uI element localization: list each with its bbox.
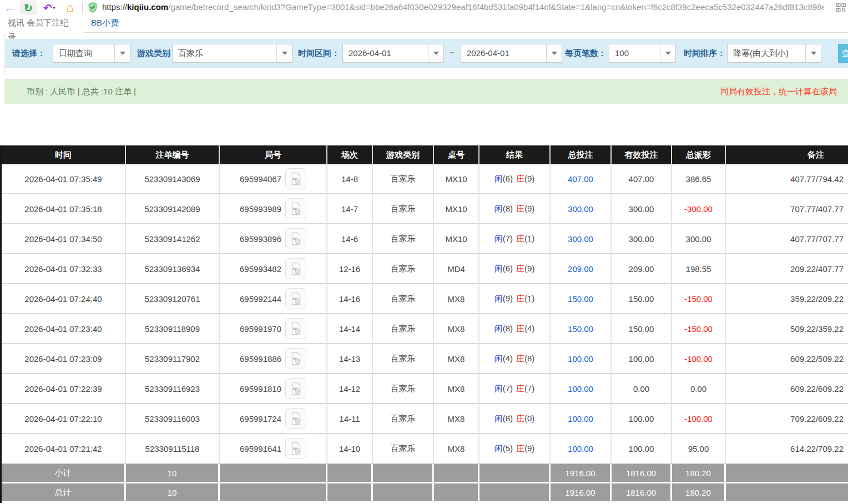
total-bet-link[interactable]: 209.00: [568, 264, 593, 274]
cell-payout: -100.00: [672, 344, 726, 374]
tab-bb-tip[interactable]: BB小费: [83, 16, 127, 33]
result-player-label: 闲: [494, 324, 503, 333]
total-bet-link[interactable]: 150.00: [568, 294, 593, 304]
cell-game: 百家乐: [373, 224, 434, 254]
payout-value: 386.65: [686, 174, 711, 184]
table-row: 2026-04-01 07:35:18 523309142089 6959939…: [2, 194, 848, 224]
page-size-select[interactable]: 100: [609, 44, 676, 63]
game-type-select[interactable]: 百家乐: [172, 44, 292, 63]
total-bet-link[interactable]: 100.00: [568, 354, 593, 364]
sort-order-dropdown[interactable]: [805, 44, 821, 62]
result-player-score: (5): [503, 443, 513, 453]
page-size-dropdown[interactable]: [660, 44, 675, 62]
subtotal-label: 小计: [2, 464, 126, 483]
col-bet-id: 注单编号: [126, 145, 220, 164]
cell-valid-bet: 150.00: [612, 284, 672, 314]
result-banker-score: (4): [524, 324, 534, 333]
total-bet-link[interactable]: 407.00: [568, 174, 593, 184]
url-scheme: https://: [102, 2, 127, 12]
result-banker-label: 庄: [516, 414, 524, 423]
video-file-icon: [289, 322, 302, 335]
table-row: 2026-04-01 07:32:33 523309136934 6959934…: [2, 254, 848, 284]
result-banker-label: 庄: [516, 294, 524, 303]
round-id-text: 695991641: [240, 444, 281, 453]
video-replay-button[interactable]: [285, 198, 306, 219]
home-icon[interactable]: ⌂: [62, 1, 78, 15]
cell-valid-bet: 100.00: [612, 434, 672, 464]
payout-value: -100.00: [684, 414, 713, 424]
url-domain: kiqiiu.com: [127, 2, 168, 12]
cell-valid-bet: 407.00: [612, 164, 672, 194]
video-replay-button[interactable]: [285, 288, 306, 309]
date-to-input[interactable]: 2026-04-01: [461, 44, 562, 63]
search-button[interactable]: 查询: [838, 44, 848, 63]
grandtotal-total-bet: 1916.00: [551, 483, 612, 503]
cell-note: 407.77/707.77: [726, 224, 848, 254]
result-player-score: (8): [503, 204, 513, 213]
subtotal-payout: 180.20: [672, 464, 726, 483]
col-session: 场次: [327, 145, 373, 164]
cell-session: 14-12: [327, 374, 373, 404]
total-bet-link[interactable]: 300.00: [568, 234, 593, 244]
cell-payout: 0.00: [672, 374, 726, 404]
total-bet-link[interactable]: 300.00: [568, 204, 593, 214]
sort-order-value: 降幂(由大到小): [728, 44, 805, 62]
video-replay-button[interactable]: [285, 438, 306, 459]
col-table-no: 桌号: [434, 145, 479, 164]
video-replay-button[interactable]: [285, 408, 306, 429]
cell-result: 闲(8)庄(0): [479, 404, 551, 434]
date-to-dropdown[interactable]: [546, 44, 562, 62]
undo-dropdown-caret-icon[interactable]: ▾: [53, 5, 55, 11]
video-replay-button[interactable]: [285, 378, 306, 399]
cell-valid-bet: 300.00: [612, 224, 672, 254]
date-from-dropdown[interactable]: [428, 44, 443, 62]
total-bet-link[interactable]: 150.00: [568, 324, 593, 334]
result-banker-score: (9): [524, 204, 534, 213]
cell-result: 闲(6)庄(9): [479, 254, 551, 284]
cell-result: 闲(8)庄(9): [479, 194, 551, 224]
cell-time: 2026-04-01 07:23:40: [2, 314, 126, 344]
result-player-score: (9): [503, 294, 513, 303]
game-type-dropdown[interactable]: [276, 44, 292, 62]
total-bet-link[interactable]: 100.00: [568, 384, 593, 394]
round-id-text: 695991886: [240, 354, 281, 364]
video-replay-button[interactable]: [285, 168, 306, 189]
cell-round-id: 695991970: [220, 314, 327, 344]
security-shield-icon[interactable]: [88, 2, 98, 16]
page-size-label: 每页笔数 :: [565, 48, 603, 59]
video-file-icon: [289, 292, 302, 305]
query-mode-dropdown[interactable]: [114, 44, 130, 62]
total-bet-link[interactable]: 100.00: [568, 444, 593, 453]
date-from-input[interactable]: 2026-04-01: [342, 44, 444, 63]
video-file-icon: [289, 382, 302, 395]
total-bet-link[interactable]: 100.00: [568, 414, 593, 424]
qr-code-icon[interactable]: [836, 3, 846, 14]
tab-video-bet-records[interactable]: 视讯 会员下注纪录: [0, 16, 83, 33]
cell-time: 2026-04-01 07:35:49: [2, 164, 126, 194]
col-result: 结果: [479, 145, 551, 164]
valid-bet-value: 150.00: [629, 324, 654, 334]
result-banker-label: 庄: [516, 384, 524, 393]
result-banker-label: 庄: [516, 234, 524, 243]
toolbar-divider: [82, 2, 83, 13]
cell-time: 2026-04-01 07:22:39: [2, 374, 126, 404]
address-bar[interactable]: https://kiqiiu.com/game/betrecord_search…: [102, 2, 824, 13]
sort-order-select[interactable]: 降幂(由大到小): [727, 44, 821, 63]
cell-session: 14-7: [327, 194, 373, 224]
video-replay-button[interactable]: [285, 348, 306, 369]
back-icon[interactable]: ←: [2, 1, 18, 15]
table-body: 2026-04-01 07:35:49 523309143069 6959940…: [2, 164, 848, 464]
cell-game: 百家乐: [373, 404, 434, 434]
video-replay-button[interactable]: [285, 258, 306, 279]
reload-icon[interactable]: ↻: [20, 1, 37, 15]
cell-payout: 386.65: [672, 164, 726, 194]
video-replay-button[interactable]: [285, 318, 306, 339]
cell-result: 闲(5)庄(9): [479, 434, 551, 464]
payout-value: 198.55: [686, 264, 711, 274]
undo-icon[interactable]: ↶▾: [41, 1, 58, 15]
cell-table-no: MX8: [434, 434, 479, 464]
chevron-down-icon: [811, 52, 816, 55]
query-mode-select[interactable]: 日期查询: [53, 44, 130, 63]
video-replay-button[interactable]: [285, 228, 306, 249]
video-file-icon: [289, 352, 302, 365]
